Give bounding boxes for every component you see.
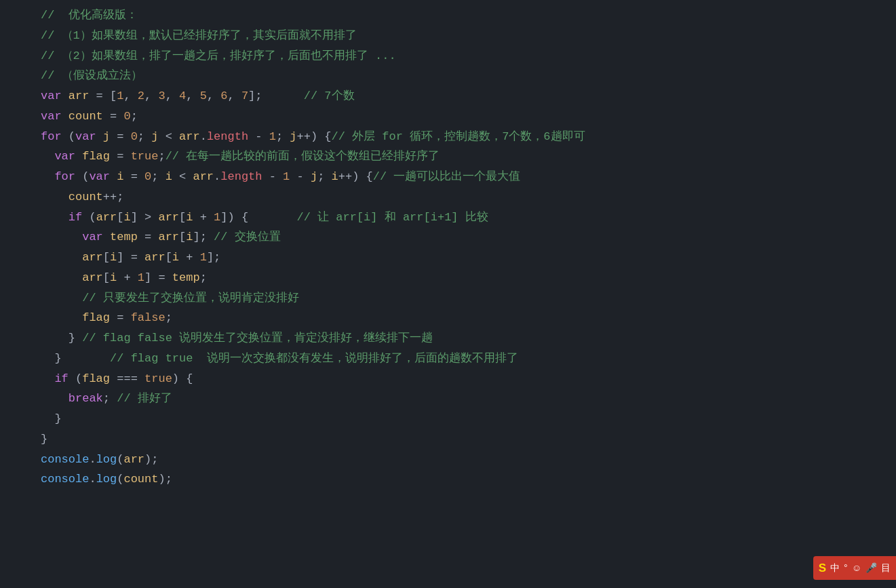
code-line-6: var count = 0; <box>41 106 896 127</box>
code-line-22: } <box>41 429 896 450</box>
code-line-9: for (var i = 0; i < arr.length - 1 - j; … <box>41 167 896 187</box>
code-line-4: // （假设成立法） <box>41 66 896 86</box>
code-line-15: // 只要发生了交换位置，说明肯定没排好 <box>41 288 896 309</box>
ime-menu-icon[interactable]: 目 <box>881 560 891 575</box>
code-editor: // 优化高级版： // （1）如果数组，默认已经排好序了，其实后面就不用排了 … <box>0 0 896 588</box>
code-line-16: flag = false; <box>41 308 896 328</box>
code-line-8: var flag = true;// 在每一趟比较的前面，假设这个数组已经排好序… <box>41 146 896 167</box>
code-line-19: if (flag === true) { <box>41 369 896 389</box>
ime-dot-label[interactable]: ° <box>844 560 848 575</box>
code-line-20: break; // 排好了 <box>41 389 896 409</box>
code-line-11: if (arr[i] > arr[i + 1]) { // 让 arr[i] 和… <box>41 208 896 228</box>
code-line-5: var arr = [1, 2, 3, 4, 5, 6, 7]; // 7个数 <box>41 86 896 106</box>
ime-mic-icon[interactable]: 🎤 <box>865 560 877 575</box>
ime-zh-label[interactable]: 中 <box>830 560 840 575</box>
code-line-12: var temp = arr[i]; // 交换位置 <box>41 227 896 248</box>
code-line-21: } <box>41 409 896 429</box>
code-line-1: // 优化高级版： <box>41 5 896 26</box>
ime-toolbar[interactable]: S 中 ° ☺ 🎤 目 <box>813 556 896 580</box>
code-line-7: for (var j = 0; j < arr.length - 1; j++)… <box>41 127 896 147</box>
code-line-10: count++; <box>41 187 896 208</box>
code-line-3: // （2）如果数组，排了一趟之后，排好序了，后面也不用排了 ... <box>41 46 896 66</box>
code-line-18: } // flag true 说明一次交换都没有发生，说明排好了，后面的趟数不用… <box>41 349 896 369</box>
code-line-24: console.log(count); <box>41 469 896 490</box>
code-line-17: } // flag false 说明发生了交换位置，肯定没排好，继续排下一趟 <box>41 328 896 349</box>
ime-s-logo: S <box>819 559 826 577</box>
code-line-13: arr[i] = arr[i + 1]; <box>41 248 896 268</box>
code-line-14: arr[i + 1] = temp; <box>41 268 896 288</box>
code-line-23: console.log(arr); <box>41 450 896 470</box>
code-line-2: // （1）如果数组，默认已经排好序了，其实后面就不用排了 <box>41 26 896 46</box>
ime-face-icon[interactable]: ☺ <box>852 560 861 575</box>
